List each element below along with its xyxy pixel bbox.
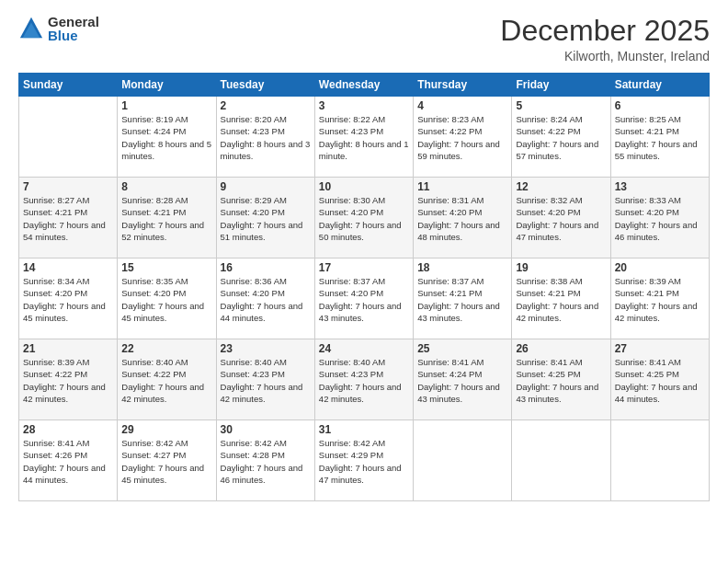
day-detail-24: Sunrise: 8:40 AMSunset: 4:23 PMDaylight:… [319, 356, 409, 405]
day-num-22: 22 [121, 342, 211, 355]
col-wednesday: Wednesday [314, 74, 413, 97]
cell-0-4: 4Sunrise: 8:23 AMSunset: 4:22 PMDaylight… [414, 97, 512, 178]
cell-2-0: 14Sunrise: 8:34 AMSunset: 4:20 PMDayligh… [19, 259, 118, 339]
cell-0-0 [19, 97, 118, 178]
col-monday: Monday [118, 74, 216, 97]
day-detail-15: Sunrise: 8:35 AMSunset: 4:20 PMDaylight:… [121, 275, 211, 324]
day-detail-25: Sunrise: 8:41 AMSunset: 4:24 PMDaylight:… [417, 356, 507, 405]
week-row-0: 1Sunrise: 8:19 AMSunset: 4:24 PMDaylight… [19, 97, 710, 178]
day-num-1: 1 [121, 99, 211, 112]
main-title: December 2025 [500, 15, 710, 47]
day-detail-18: Sunrise: 8:37 AMSunset: 4:21 PMDaylight:… [417, 275, 507, 324]
day-detail-1: Sunrise: 8:19 AMSunset: 4:24 PMDaylight:… [121, 113, 211, 162]
cell-2-4: 18Sunrise: 8:37 AMSunset: 4:21 PMDayligh… [414, 259, 512, 339]
day-detail-31: Sunrise: 8:42 AMSunset: 4:29 PMDaylight:… [319, 437, 409, 486]
day-num-29: 29 [121, 423, 211, 436]
day-num-31: 31 [319, 423, 409, 436]
cell-1-0: 7Sunrise: 8:27 AMSunset: 4:21 PMDaylight… [19, 178, 118, 259]
logo-blue-text: Blue [48, 29, 99, 42]
day-num-7: 7 [23, 180, 113, 193]
col-friday: Friday [512, 74, 610, 97]
day-detail-19: Sunrise: 8:38 AMSunset: 4:21 PMDaylight:… [516, 275, 606, 324]
cell-1-6: 13Sunrise: 8:33 AMSunset: 4:20 PMDayligh… [610, 178, 709, 259]
day-num-18: 18 [417, 261, 507, 274]
col-tuesday: Tuesday [216, 74, 314, 97]
subtitle: Kilworth, Munster, Ireland [500, 49, 710, 63]
day-detail-29: Sunrise: 8:42 AMSunset: 4:27 PMDaylight:… [121, 437, 211, 486]
cell-4-4 [414, 420, 512, 501]
cell-0-5: 5Sunrise: 8:24 AMSunset: 4:22 PMDaylight… [512, 97, 610, 178]
week-row-4: 28Sunrise: 8:41 AMSunset: 4:26 PMDayligh… [19, 420, 710, 501]
logo-general-text: General [48, 15, 99, 29]
cell-2-5: 19Sunrise: 8:38 AMSunset: 4:21 PMDayligh… [512, 259, 610, 339]
day-detail-28: Sunrise: 8:41 AMSunset: 4:26 PMDaylight:… [23, 437, 113, 486]
logo-text: General Blue [48, 15, 99, 42]
day-detail-16: Sunrise: 8:36 AMSunset: 4:20 PMDaylight:… [221, 275, 311, 324]
day-num-16: 16 [221, 261, 311, 274]
calendar-table: Sunday Monday Tuesday Wednesday Thursday… [18, 73, 710, 501]
week-row-1: 7Sunrise: 8:27 AMSunset: 4:21 PMDaylight… [19, 178, 710, 259]
cell-4-1: 29Sunrise: 8:42 AMSunset: 4:27 PMDayligh… [118, 420, 216, 501]
day-num-23: 23 [221, 342, 311, 355]
day-detail-9: Sunrise: 8:29 AMSunset: 4:20 PMDaylight:… [221, 194, 311, 243]
week-row-2: 14Sunrise: 8:34 AMSunset: 4:20 PMDayligh… [19, 259, 710, 339]
cell-1-5: 12Sunrise: 8:32 AMSunset: 4:20 PMDayligh… [512, 178, 610, 259]
day-detail-17: Sunrise: 8:37 AMSunset: 4:20 PMDaylight:… [319, 275, 409, 324]
day-num-20: 20 [615, 261, 705, 274]
day-detail-10: Sunrise: 8:30 AMSunset: 4:20 PMDaylight:… [319, 194, 409, 243]
cell-4-3: 31Sunrise: 8:42 AMSunset: 4:29 PMDayligh… [314, 420, 413, 501]
cell-3-4: 25Sunrise: 8:41 AMSunset: 4:24 PMDayligh… [414, 339, 512, 420]
cell-4-5 [512, 420, 610, 501]
cell-0-2: 2Sunrise: 8:20 AMSunset: 4:23 PMDaylight… [216, 97, 314, 178]
cell-0-1: 1Sunrise: 8:19 AMSunset: 4:24 PMDaylight… [118, 97, 216, 178]
day-detail-3: Sunrise: 8:22 AMSunset: 4:23 PMDaylight:… [319, 113, 409, 162]
cell-4-2: 30Sunrise: 8:42 AMSunset: 4:28 PMDayligh… [216, 420, 314, 501]
day-num-15: 15 [121, 261, 211, 274]
day-detail-6: Sunrise: 8:25 AMSunset: 4:21 PMDaylight:… [615, 113, 705, 162]
day-num-5: 5 [516, 99, 606, 112]
day-num-3: 3 [319, 99, 409, 112]
day-num-26: 26 [516, 342, 606, 355]
col-thursday: Thursday [414, 74, 512, 97]
cell-1-4: 11Sunrise: 8:31 AMSunset: 4:20 PMDayligh… [414, 178, 512, 259]
cell-1-2: 9Sunrise: 8:29 AMSunset: 4:20 PMDaylight… [216, 178, 314, 259]
day-num-9: 9 [221, 180, 311, 193]
day-detail-5: Sunrise: 8:24 AMSunset: 4:22 PMDaylight:… [516, 113, 606, 162]
cell-3-0: 21Sunrise: 8:39 AMSunset: 4:22 PMDayligh… [19, 339, 118, 420]
col-saturday: Saturday [610, 74, 709, 97]
cell-4-6 [610, 420, 709, 501]
day-num-12: 12 [516, 180, 606, 193]
day-num-13: 13 [615, 180, 705, 193]
cell-3-6: 27Sunrise: 8:41 AMSunset: 4:25 PMDayligh… [610, 339, 709, 420]
day-num-14: 14 [23, 261, 113, 274]
day-detail-12: Sunrise: 8:32 AMSunset: 4:20 PMDaylight:… [516, 194, 606, 243]
day-num-4: 4 [417, 99, 507, 112]
day-num-25: 25 [417, 342, 507, 355]
cell-3-5: 26Sunrise: 8:41 AMSunset: 4:25 PMDayligh… [512, 339, 610, 420]
day-num-19: 19 [516, 261, 606, 274]
cell-3-1: 22Sunrise: 8:40 AMSunset: 4:22 PMDayligh… [118, 339, 216, 420]
day-detail-21: Sunrise: 8:39 AMSunset: 4:22 PMDaylight:… [23, 356, 113, 405]
day-num-28: 28 [23, 423, 113, 436]
day-detail-27: Sunrise: 8:41 AMSunset: 4:25 PMDaylight:… [615, 356, 705, 405]
day-detail-11: Sunrise: 8:31 AMSunset: 4:20 PMDaylight:… [417, 194, 507, 243]
cell-0-3: 3Sunrise: 8:22 AMSunset: 4:23 PMDaylight… [314, 97, 413, 178]
cell-0-6: 6Sunrise: 8:25 AMSunset: 4:21 PMDaylight… [610, 97, 709, 178]
cell-4-0: 28Sunrise: 8:41 AMSunset: 4:26 PMDayligh… [19, 420, 118, 501]
day-num-30: 30 [221, 423, 311, 436]
day-num-21: 21 [23, 342, 113, 355]
header: General Blue December 2025 Kilworth, Mun… [18, 15, 710, 63]
day-num-10: 10 [319, 180, 409, 193]
day-num-24: 24 [319, 342, 409, 355]
day-detail-22: Sunrise: 8:40 AMSunset: 4:22 PMDaylight:… [121, 356, 211, 405]
page: General Blue December 2025 Kilworth, Mun… [0, 0, 728, 563]
day-detail-2: Sunrise: 8:20 AMSunset: 4:23 PMDaylight:… [221, 113, 311, 162]
day-num-8: 8 [121, 180, 211, 193]
title-block: December 2025 Kilworth, Munster, Ireland [500, 15, 710, 63]
cell-2-2: 16Sunrise: 8:36 AMSunset: 4:20 PMDayligh… [216, 259, 314, 339]
cell-2-1: 15Sunrise: 8:35 AMSunset: 4:20 PMDayligh… [118, 259, 216, 339]
day-detail-4: Sunrise: 8:23 AMSunset: 4:22 PMDaylight:… [417, 113, 507, 162]
logo-icon [18, 16, 44, 41]
day-detail-8: Sunrise: 8:28 AMSunset: 4:21 PMDaylight:… [121, 194, 211, 243]
cell-3-3: 24Sunrise: 8:40 AMSunset: 4:23 PMDayligh… [314, 339, 413, 420]
